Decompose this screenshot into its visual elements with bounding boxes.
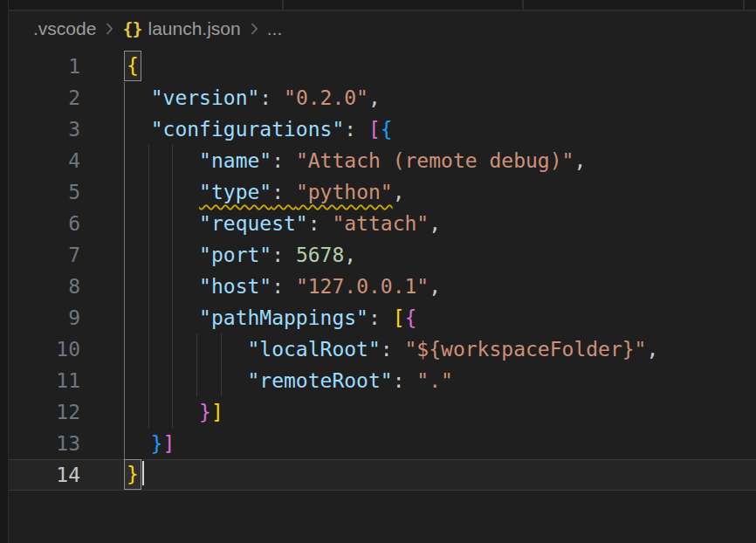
code-token: "version" — [151, 86, 260, 109]
code-token: 5678 — [296, 244, 344, 266]
breadcrumb-bar: .vscode {} launch.json ... — [9, 11, 756, 46]
line-number[interactable]: 3 — [9, 113, 80, 145]
breadcrumb-symbol-ellipsis[interactable]: ... — [267, 18, 283, 39]
code-line[interactable]: 12 }] — [9, 396, 756, 428]
tab-divider — [743, 0, 745, 10]
line-number[interactable]: 2 — [9, 82, 80, 113]
code-line-content[interactable]: "pathMappings": [{ — [127, 302, 416, 333]
code-line-content[interactable]: }] — [127, 428, 175, 459]
code-token: "attach" — [332, 212, 429, 235]
code-line-content[interactable]: "localRoot": "${workspaceFolder}", — [127, 333, 658, 365]
code-token: } — [151, 432, 163, 455]
breadcrumb-file[interactable]: {} launch.json — [122, 18, 240, 39]
code-token: "remoteRoot" — [247, 369, 392, 392]
code-token: { — [381, 118, 393, 141]
code-token: : — [271, 181, 296, 203]
indent-guide-active — [124, 208, 125, 239]
code-token: "." — [416, 369, 453, 392]
code-line[interactable]: 13 }] — [9, 428, 756, 459]
code-line[interactable]: 4 "name": "Attach (remote debug)", — [9, 145, 756, 176]
code-line[interactable]: 1{ — [9, 51, 756, 82]
code-line-content[interactable]: "port": 5678, — [127, 239, 356, 271]
code-line-content[interactable]: "host": "127.0.0.1", — [127, 271, 441, 302]
code-token: "configurations" — [151, 118, 345, 141]
indent-guide-active — [124, 82, 125, 113]
code-line[interactable]: 3 "configurations": [{ — [9, 113, 756, 145]
line-number[interactable]: 1 — [9, 51, 80, 82]
breadcrumb-folder[interactable]: .vscode — [33, 18, 96, 39]
indent-guide-active — [124, 239, 125, 271]
line-number[interactable]: 11 — [9, 365, 80, 396]
code-token: "localRoot" — [247, 338, 380, 361]
code-token: : — [271, 149, 296, 172]
code-token: "host" — [199, 275, 271, 298]
code-token: : — [393, 369, 417, 392]
code-token — [127, 369, 247, 392]
code-editor[interactable]: 1{2 "version": "0.2.0",3 "configurations… — [9, 51, 756, 491]
editor-left-border — [0, 0, 9, 543]
code-line[interactable]: 2 "version": "0.2.0", — [9, 82, 756, 113]
code-token: , — [344, 244, 356, 266]
code-token: "type" — [199, 181, 271, 203]
line-number[interactable]: 5 — [9, 176, 80, 208]
code-line-content[interactable]: } — [127, 459, 144, 491]
warning-squiggle: "type": "python" — [199, 181, 393, 203]
indent-guide-active — [124, 396, 125, 428]
indent-guide-active — [124, 113, 125, 145]
line-number[interactable]: 9 — [9, 302, 80, 333]
code-token — [127, 432, 151, 455]
bracket-match-box: { — [125, 52, 141, 80]
line-number[interactable]: 6 — [9, 208, 80, 239]
indent-guide-active — [124, 145, 125, 176]
code-token: : — [271, 275, 296, 298]
code-line[interactable]: 9 "pathMappings": [{ — [9, 302, 756, 333]
code-line-content[interactable]: "remoteRoot": "." — [127, 365, 453, 396]
code-line[interactable]: 6 "request": "attach", — [9, 208, 756, 239]
tab-divider — [522, 0, 524, 10]
code-line[interactable]: 5 "type": "python", — [9, 176, 756, 208]
code-token: "name" — [199, 149, 271, 172]
code-token — [127, 181, 199, 203]
code-line-content[interactable]: "request": "attach", — [127, 208, 441, 239]
chevron-right-icon — [249, 21, 259, 37]
indent-guide-active — [124, 302, 125, 333]
vscode-editor-window: .vscode {} launch.json ... 1{2 "version"… — [0, 0, 756, 543]
code-line[interactable]: 8 "host": "127.0.0.1", — [9, 271, 756, 302]
code-line[interactable]: 7 "port": 5678, — [9, 239, 756, 271]
code-line-content[interactable]: "configurations": [{ — [127, 113, 393, 145]
code-token: { — [405, 306, 417, 329]
code-line-content[interactable]: { — [127, 51, 139, 82]
code-token: "python" — [296, 181, 393, 203]
code-line[interactable]: 14} — [9, 459, 756, 491]
line-number[interactable]: 13 — [9, 428, 80, 459]
code-line[interactable]: 10 "localRoot": "${workspaceFolder}", — [9, 333, 756, 365]
code-line-content[interactable]: }] — [127, 396, 223, 428]
line-number[interactable]: 4 — [9, 145, 80, 176]
tab-divider — [282, 0, 284, 10]
indent-guide-active — [124, 271, 125, 302]
code-line[interactable]: 11 "remoteRoot": "." — [9, 365, 756, 396]
current-line-highlight — [9, 459, 756, 491]
line-number[interactable]: 10 — [9, 333, 80, 365]
line-number[interactable]: 7 — [9, 239, 80, 271]
code-token: , — [393, 181, 405, 203]
code-token: "port" — [199, 244, 271, 266]
code-token — [127, 86, 151, 109]
code-token: : — [344, 118, 368, 141]
indent-guide-active — [124, 428, 125, 459]
code-token — [127, 275, 199, 298]
bracket-match-box: } — [125, 460, 141, 489]
code-token: "request" — [199, 212, 308, 235]
indent-guide-active — [124, 365, 125, 396]
line-number[interactable]: 8 — [9, 271, 80, 302]
code-token: [ — [393, 306, 405, 329]
code-line-content[interactable]: "version": "0.2.0", — [127, 82, 381, 113]
code-token — [127, 149, 199, 172]
line-number[interactable]: 14 — [9, 459, 80, 491]
line-number[interactable]: 12 — [9, 396, 80, 428]
code-token: [ — [368, 118, 381, 141]
code-line-content[interactable]: "type": "python", — [127, 176, 405, 208]
code-token: , — [646, 338, 658, 361]
code-line-content[interactable]: "name": "Attach (remote debug)", — [127, 145, 586, 176]
code-token — [127, 244, 199, 266]
